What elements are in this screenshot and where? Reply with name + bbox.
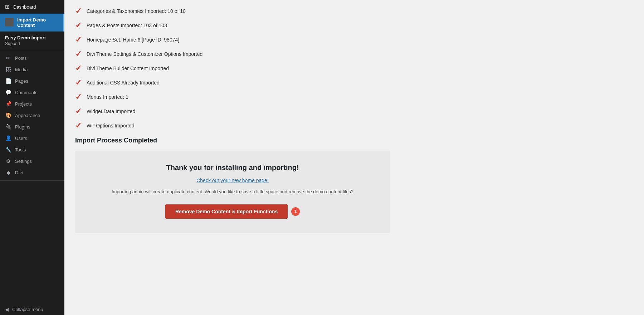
- completion-title: Thank you for installing and importing!: [86, 164, 379, 172]
- checkmark-icon: ✓: [75, 93, 82, 101]
- sidebar-item-projects[interactable]: 📌Projects: [0, 98, 64, 110]
- check-text: Menus Imported: 1: [87, 94, 128, 100]
- sidebar-item-label-tools: Tools: [15, 147, 26, 152]
- check-item: ✓Widget Data Imported: [75, 107, 633, 115]
- divi-icon: ◆: [5, 170, 11, 175]
- main-content: ✓Categories & Taxonomies Imported: 10 of…: [64, 0, 644, 315]
- check-text: Homepage Set: Home 6 [Page ID: 98074]: [87, 37, 179, 43]
- sidebar-item-label-projects: Projects: [15, 101, 32, 107]
- sidebar-item-posts[interactable]: ✏Posts: [0, 52, 64, 64]
- checkmark-icon: ✓: [75, 64, 82, 72]
- sidebar-dashboard-label: Dashboard: [13, 4, 36, 10]
- check-item: ✓Categories & Taxonomies Imported: 10 of…: [75, 7, 633, 15]
- check-item: ✓Menus Imported: 1: [75, 93, 633, 101]
- check-text: Divi Theme Settings & Customizer Options…: [87, 51, 203, 57]
- sidebar-item-import-demo[interactable]: Import Demo Content: [0, 14, 64, 32]
- sidebar-item-pages[interactable]: 📄Pages: [0, 75, 64, 87]
- checkmark-icon: ✓: [75, 122, 82, 130]
- sidebar-item-label-divi: Divi: [15, 170, 23, 175]
- check-text: WP Options Imported: [87, 123, 135, 129]
- check-item: ✓WP Options Imported: [75, 122, 633, 130]
- sidebar-item-label-comments: Comments: [15, 90, 38, 95]
- sidebar-divider-1: [0, 50, 64, 50]
- easy-demo-import-title: Easy Demo Import: [5, 35, 59, 40]
- checkmark-icon: ✓: [75, 79, 82, 87]
- completion-box: Thank you for installing and importing! …: [75, 151, 390, 233]
- sidebar-item-label-plugins: Plugins: [15, 124, 30, 130]
- checkmark-icon: ✓: [75, 36, 82, 44]
- sidebar-item-dashboard[interactable]: ⊞ Dashboard: [0, 0, 64, 14]
- checkmark-icon: ✓: [75, 21, 82, 29]
- check-text: Categories & Taxonomies Imported: 10 of …: [87, 8, 186, 14]
- check-text: Additional CSS Already Imported: [87, 80, 160, 86]
- sidebar: ⊞ Dashboard Import Demo Content Easy Dem…: [0, 0, 64, 315]
- check-text: Pages & Posts Imported: 103 of 103: [87, 23, 167, 28]
- sidebar-item-divi[interactable]: ◆Divi: [0, 167, 64, 178]
- checkmark-icon: ✓: [75, 7, 82, 15]
- sidebar-collapse-button[interactable]: ◀ Collapse menu: [0, 304, 64, 315]
- check-item: ✓Divi Theme Settings & Customizer Option…: [75, 50, 633, 58]
- media-icon: 🖼: [5, 67, 11, 72]
- sidebar-item-comments[interactable]: 💬Comments: [0, 87, 64, 98]
- sidebar-item-label-appearance: Appearance: [15, 113, 40, 118]
- import-demo-icon: [5, 18, 14, 28]
- appearance-icon: 🎨: [5, 112, 11, 118]
- sidebar-item-label-pages: Pages: [15, 78, 28, 84]
- sidebar-item-label-settings: Settings: [15, 159, 32, 164]
- users-icon: 👤: [5, 135, 11, 141]
- sidebar-item-settings[interactable]: ⚙Settings: [0, 155, 64, 167]
- support-link[interactable]: Support: [5, 41, 59, 46]
- sidebar-item-appearance[interactable]: 🎨Appearance: [0, 110, 64, 121]
- completion-note: Importing again will create duplicate co…: [86, 189, 379, 194]
- comments-icon: 💬: [5, 89, 11, 95]
- sidebar-item-label-posts: Posts: [15, 55, 27, 61]
- check-text: Widget Data Imported: [87, 108, 135, 114]
- check-item: ✓Additional CSS Already Imported: [75, 79, 633, 87]
- pages-icon: 📄: [5, 78, 11, 84]
- sidebar-item-label-users: Users: [15, 136, 27, 141]
- sidebar-section-easy-demo: Easy Demo Import Support: [0, 32, 64, 48]
- sidebar-item-tools[interactable]: 🔧Tools: [0, 144, 64, 155]
- check-item: ✓Pages & Posts Imported: 103 of 103: [75, 21, 633, 29]
- badge-count: 1: [291, 207, 300, 216]
- sidebar-item-media[interactable]: 🖼Media: [0, 64, 64, 75]
- sidebar-item-users[interactable]: 👤Users: [0, 132, 64, 144]
- settings-icon: ⚙: [5, 158, 11, 164]
- check-item: ✓Divi Theme Builder Content Imported: [75, 64, 633, 72]
- dashboard-icon: ⊞: [5, 4, 10, 10]
- import-check-list: ✓Categories & Taxonomies Imported: 10 of…: [75, 7, 633, 130]
- checkmark-icon: ✓: [75, 107, 82, 115]
- sidebar-nav: ✏Posts🖼Media📄Pages💬Comments📌Projects🎨App…: [0, 52, 64, 178]
- sidebar-import-demo-label: Import Demo Content: [17, 17, 59, 28]
- import-complete-heading: Import Process Completed: [75, 137, 633, 144]
- sidebar-item-plugins[interactable]: 🔌Plugins: [0, 121, 64, 132]
- check-item: ✓Homepage Set: Home 6 [Page ID: 98074]: [75, 36, 633, 44]
- posts-icon: ✏: [5, 55, 11, 61]
- projects-icon: 📌: [5, 101, 11, 107]
- tools-icon: 🔧: [5, 147, 11, 152]
- sidebar-divider-2: [0, 180, 64, 181]
- remove-demo-button[interactable]: Remove Demo Content & Import Functions: [165, 204, 288, 219]
- sidebar-item-label-media: Media: [15, 67, 28, 72]
- plugins-icon: 🔌: [5, 124, 11, 130]
- collapse-icon: ◀: [5, 307, 9, 312]
- remove-demo-button-label: Remove Demo Content & Import Functions: [175, 209, 278, 214]
- check-text: Divi Theme Builder Content Imported: [87, 66, 169, 71]
- checkmark-icon: ✓: [75, 50, 82, 58]
- home-page-link[interactable]: Check out your new home page!: [86, 178, 379, 183]
- sidebar-collapse-label: Collapse menu: [12, 307, 43, 312]
